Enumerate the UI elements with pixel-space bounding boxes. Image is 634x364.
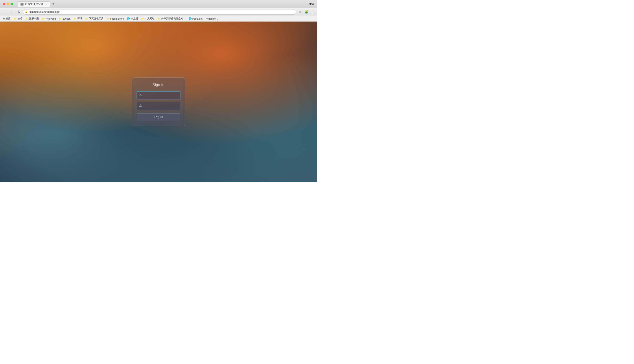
forward-icon: › xyxy=(11,10,12,14)
username-input-group[interactable] xyxy=(137,91,180,99)
login-title: Sign In xyxy=(137,83,180,87)
folder-icon-3: 📁 xyxy=(42,17,45,20)
user-name: Neal xyxy=(309,2,314,6)
svg-rect-0 xyxy=(21,3,23,5)
apps-icon: ⊞ xyxy=(3,17,5,20)
bookmark-personal-site[interactable]: 📁 个人网站 xyxy=(140,16,156,21)
minimize-button[interactable] xyxy=(6,3,9,5)
bookmark-star-button[interactable]: ☆ xyxy=(297,9,303,15)
back-button[interactable]: ‹ xyxy=(2,9,8,15)
bookmarks-bar: ⊞ 应用 📁 前端 📁 开源中国 📁 Nealyang 📁 outlook 📁 … xyxy=(0,16,317,22)
menu-button[interactable]: ⋮ xyxy=(310,9,315,15)
extensions-button[interactable]: 🧩 xyxy=(303,9,309,15)
folder-icon-6: 📁 xyxy=(85,17,88,20)
folder-icon-7: 📁 xyxy=(106,17,110,20)
bookmark-should-solve-label: should solve xyxy=(110,18,124,20)
bookmark-polka-dot-label: Polka dot xyxy=(192,18,202,20)
bookmark-oschina[interactable]: 📁 开源中国 xyxy=(24,16,40,21)
address-bar[interactable]: 🔒 localhost:8080/admin/login xyxy=(23,9,296,14)
bookmark-jrs-label: jrs直播 xyxy=(130,17,138,20)
bookmark-web-optimizer-label: 网页优化工具 xyxy=(89,17,104,20)
bookmark-web-optimizer[interactable]: 📁 网页优化工具 xyxy=(84,16,105,21)
bookmark-nealyang-label: Nealyang xyxy=(46,18,56,20)
url-text: localhost:8080/admin/login xyxy=(29,10,60,14)
bookmark-jrs[interactable]: 🌐 jrs直播 xyxy=(126,16,139,21)
login-wrapper: Sign In xyxy=(132,78,185,126)
traffic-lights xyxy=(3,3,13,5)
bookmark-outlook-label: outlook xyxy=(62,18,70,20)
bookmark-dabble-label: dabble… xyxy=(208,18,218,20)
globe-icon-1: 🌐 xyxy=(127,17,130,20)
bookmark-frontend[interactable]: 📁 前端 xyxy=(12,16,24,21)
dots-icon: ⋮ xyxy=(311,10,314,14)
browser-frame: 后台管理员登录 × + Neal ‹ › ↻ 🔒 localhost:8080/… xyxy=(0,0,317,182)
bookmark-personal-site-label: 个人网站 xyxy=(145,17,154,20)
lock-icon xyxy=(137,102,144,110)
bookmark-apps-label: 应用 xyxy=(6,17,10,20)
close-button[interactable] xyxy=(3,3,5,5)
bookmark-share[interactable]: 📁 分享到微信微博空间… xyxy=(156,16,187,21)
folder-icon-5: 📁 xyxy=(74,17,76,20)
page-content: Sign In xyxy=(0,22,317,182)
maximize-button[interactable] xyxy=(10,3,13,5)
password-input[interactable] xyxy=(144,102,180,110)
bookmark-polka-dot[interactable]: 🌐 Polka dot xyxy=(187,17,204,20)
back-icon: ‹ xyxy=(4,10,5,14)
refresh-icon: ↻ xyxy=(18,10,20,14)
tab-close-button[interactable]: × xyxy=(46,2,47,6)
forward-button[interactable]: › xyxy=(9,9,15,15)
globe-icon-2: 🌐 xyxy=(189,17,192,20)
active-tab[interactable]: 后台管理员登录 × xyxy=(18,1,50,7)
toolbar-actions: ☆ 🧩 ⋮ xyxy=(297,9,315,15)
username-input[interactable] xyxy=(144,92,180,99)
bookmark-share-label: 分享到微信微博空间… xyxy=(161,17,186,20)
new-tab-button[interactable]: + xyxy=(50,1,56,7)
bookmark-apps[interactable]: ⊞ 应用 xyxy=(2,16,12,21)
folder-icon-9: 📁 xyxy=(158,17,161,20)
gear-icon: ⚙ xyxy=(206,17,208,20)
password-input-group[interactable] xyxy=(137,102,180,110)
bookmark-frontend-label: 前端 xyxy=(18,17,22,20)
bookmark-dabble[interactable]: ⚙ dabble… xyxy=(204,17,220,20)
login-card: Sign In xyxy=(132,78,185,126)
bookmark-huanqiu[interactable]: 📁 环球 xyxy=(72,16,84,21)
bookmark-outlook[interactable]: 📁 outlook xyxy=(58,17,72,20)
star-icon: ☆ xyxy=(299,10,302,14)
folder-icon-8: 📁 xyxy=(141,17,144,20)
bookmark-huanqiu-label: 环球 xyxy=(77,17,82,20)
folder-icon-4: 📁 xyxy=(59,17,62,20)
login-button[interactable]: Log In xyxy=(137,113,180,121)
toolbar: ‹ › ↻ 🔒 localhost:8080/admin/login ☆ 🧩 ⋮ xyxy=(0,8,317,16)
bookmark-oschina-label: 开源中国 xyxy=(29,17,39,20)
title-bar: 后台管理员登录 × + Neal xyxy=(0,0,317,8)
bookmark-should-solve[interactable]: 📁 should solve xyxy=(105,17,125,20)
svg-point-3 xyxy=(140,106,141,106)
tab-favicon xyxy=(20,3,24,6)
puzzle-icon: 🧩 xyxy=(304,10,308,14)
refresh-button[interactable]: ↻ xyxy=(16,9,22,15)
tab-bar: 后台管理员登录 × + xyxy=(18,1,307,7)
security-icon: 🔒 xyxy=(25,10,28,13)
user-icon xyxy=(137,92,144,99)
folder-icon-1: 📁 xyxy=(14,17,17,20)
folder-icon-2: 📁 xyxy=(25,17,28,20)
bookmark-nealyang[interactable]: 📁 Nealyang xyxy=(40,17,57,20)
tab-title: 后台管理员登录 xyxy=(25,2,43,6)
